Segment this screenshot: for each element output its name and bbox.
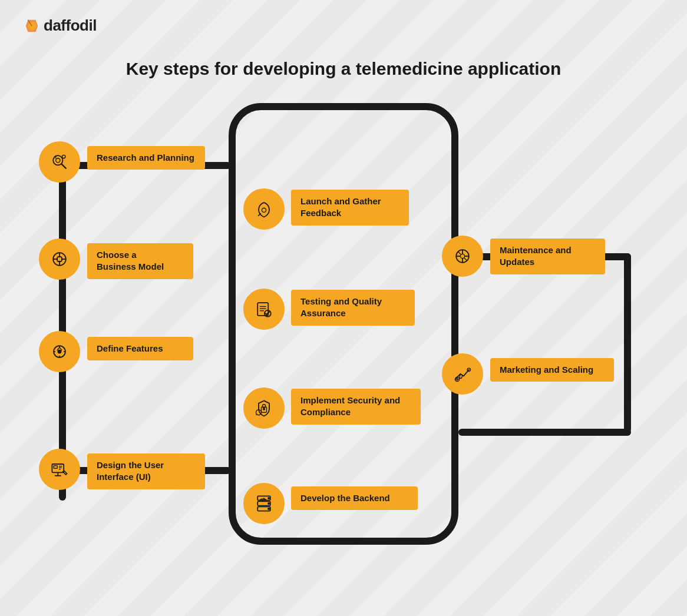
label-maintenance: Maintenance andUpdates (490, 239, 605, 274)
logo-text: daffodil (44, 16, 97, 35)
label-security: Implement Security andCompliance (291, 389, 421, 425)
ui-icon (49, 459, 70, 480)
svg-point-7 (56, 158, 60, 163)
logo-icon (24, 18, 40, 34)
node-launch (243, 188, 285, 230)
svg-line-6 (62, 164, 66, 168)
svg-line-58 (458, 251, 461, 254)
svg-point-42 (263, 408, 265, 410)
node-maintenance (442, 236, 483, 277)
research-icon (49, 151, 70, 173)
features-icon (49, 341, 70, 362)
business-icon (49, 249, 70, 270)
svg-point-30 (262, 208, 266, 212)
node-business (39, 239, 80, 280)
label-features: Define Features (87, 337, 193, 360)
node-marketing (442, 353, 483, 395)
svg-point-53 (460, 254, 464, 258)
node-testing (243, 289, 285, 330)
node-ui (39, 449, 80, 490)
security-icon (253, 398, 275, 419)
maintenance-icon (452, 246, 473, 267)
testing-icon (253, 299, 275, 320)
marketing-icon (452, 363, 473, 385)
svg-point-50 (268, 508, 270, 510)
label-backend: Develop the Backend (291, 486, 418, 510)
label-ui: Design the UserInterface (UI) (87, 453, 205, 489)
label-testing: Testing and QualityAssurance (291, 290, 415, 326)
node-security (243, 388, 285, 429)
svg-rect-15 (57, 257, 61, 261)
label-business: Choose aBusiness Model (87, 243, 193, 279)
svg-point-18 (58, 350, 61, 353)
bottom-right-horizontal (458, 429, 631, 436)
node-features (39, 331, 80, 372)
svg-text:</>: </> (260, 498, 266, 501)
backend-icon: </> (253, 493, 275, 514)
node-research (39, 141, 80, 183)
svg-point-49 (268, 503, 270, 505)
label-marketing: Marketing and Scaling (490, 358, 614, 382)
svg-point-8 (62, 155, 65, 158)
svg-rect-26 (54, 466, 57, 469)
page-container: daffodil Key steps for developing a tele… (0, 0, 687, 616)
svg-point-48 (268, 498, 270, 499)
svg-rect-32 (257, 303, 268, 316)
svg-line-59 (464, 258, 467, 261)
right-vertical-line (624, 253, 631, 433)
node-backend: </> (243, 483, 285, 524)
main-title: Key steps for developing a telemedicine … (0, 59, 687, 79)
label-launch: Launch and GatherFeedback (291, 190, 409, 226)
launch-icon (253, 198, 275, 220)
logo: daffodil (24, 16, 97, 35)
label-research: Research and Planning (87, 146, 205, 170)
